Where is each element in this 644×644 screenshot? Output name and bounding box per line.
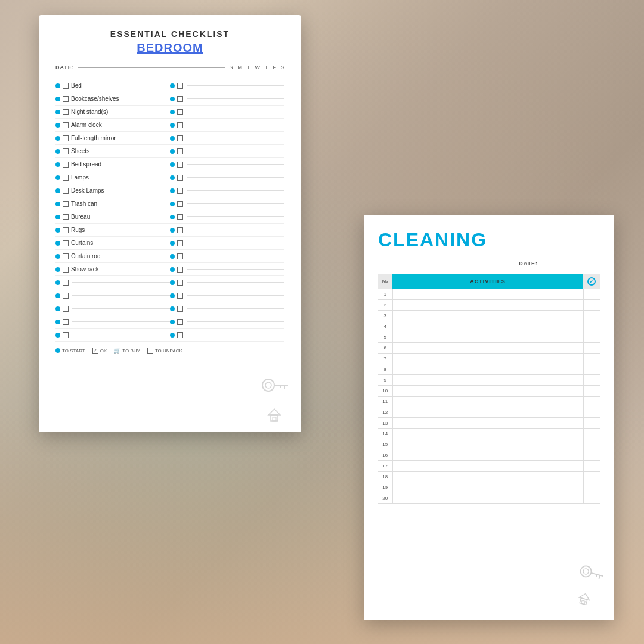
check-cell[interactable] <box>583 429 600 439</box>
table-row: 2 <box>378 300 600 311</box>
check-cell[interactable] <box>583 332 600 343</box>
list-item: Lamps <box>55 171 170 184</box>
checkbox[interactable] <box>177 280 183 286</box>
checkbox[interactable] <box>63 306 69 312</box>
check-cell[interactable] <box>583 321 600 332</box>
activity-cell[interactable] <box>392 354 583 364</box>
checkbox[interactable] <box>177 319 183 325</box>
check-cell[interactable] <box>583 439 600 450</box>
checkbox[interactable] <box>63 332 69 338</box>
dot-icon <box>170 293 175 298</box>
checkbox[interactable] <box>63 280 69 286</box>
checkbox[interactable] <box>63 253 69 259</box>
check-cell[interactable] <box>583 482 600 493</box>
activity-cell[interactable] <box>392 482 583 493</box>
checkbox[interactable] <box>63 83 69 89</box>
checkbox[interactable] <box>177 122 183 128</box>
checkbox[interactable] <box>63 109 69 115</box>
check-cell[interactable] <box>583 386 600 397</box>
table-row: 17 <box>378 461 600 472</box>
activity-cell[interactable] <box>392 343 583 354</box>
check-cell[interactable] <box>583 450 600 461</box>
activity-cell[interactable] <box>392 332 583 343</box>
checkbox[interactable] <box>63 214 69 220</box>
activity-cell[interactable] <box>392 397 583 407</box>
checkbox[interactable] <box>63 293 69 299</box>
checkbox[interactable] <box>63 240 69 246</box>
check-cell[interactable] <box>583 289 600 300</box>
activity-cell[interactable] <box>392 472 583 482</box>
check-cell[interactable] <box>583 493 600 504</box>
activity-cell[interactable] <box>392 429 583 439</box>
checkbox[interactable] <box>177 162 183 168</box>
dot-icon <box>170 306 175 311</box>
activity-cell[interactable] <box>392 450 583 461</box>
list-item: Full-length mirror <box>55 132 170 145</box>
list-item <box>55 302 170 315</box>
checkbox[interactable] <box>177 214 183 220</box>
checkbox[interactable] <box>177 109 183 115</box>
checkbox[interactable] <box>177 83 183 89</box>
checkbox[interactable] <box>177 188 183 194</box>
check-cell[interactable] <box>583 472 600 482</box>
checkbox[interactable] <box>63 201 69 207</box>
checkbox[interactable] <box>63 148 69 154</box>
activity-cell[interactable] <box>392 418 583 429</box>
activity-cell[interactable] <box>392 364 583 375</box>
check-cell[interactable] <box>583 311 600 321</box>
checkbox[interactable] <box>63 96 69 102</box>
dot-icon <box>55 83 60 88</box>
activity-cell[interactable] <box>392 493 583 504</box>
checkbox[interactable] <box>177 240 183 246</box>
checkbox[interactable] <box>63 188 69 194</box>
activity-cell[interactable] <box>392 321 583 332</box>
checkbox[interactable] <box>177 227 183 233</box>
activity-cell[interactable] <box>392 439 583 450</box>
legend-to-unpack-label: TO UNPACK <box>155 348 182 354</box>
activity-cell[interactable] <box>392 300 583 311</box>
activity-cell[interactable] <box>392 375 583 386</box>
svg-rect-7 <box>273 417 276 421</box>
checkbox[interactable] <box>63 319 69 325</box>
svg-marker-5 <box>268 409 280 415</box>
activity-cell[interactable] <box>392 289 583 300</box>
table-row: 11 <box>378 397 600 407</box>
dot-icon <box>55 202 60 206</box>
checkbox[interactable] <box>177 293 183 299</box>
checkbox[interactable] <box>63 135 69 141</box>
checkbox[interactable] <box>177 253 183 259</box>
checkbox[interactable] <box>63 175 69 181</box>
activity-cell[interactable] <box>392 407 583 418</box>
check-cell[interactable] <box>583 354 600 364</box>
checkbox[interactable] <box>177 306 183 312</box>
activity-cell[interactable] <box>392 386 583 397</box>
checkbox[interactable] <box>63 122 69 128</box>
check-cell[interactable] <box>583 461 600 472</box>
key-icon <box>259 376 289 424</box>
check-cell[interactable] <box>583 397 600 407</box>
activity-cell[interactable] <box>392 461 583 472</box>
checkbox[interactable] <box>177 148 183 154</box>
table-row: 10 <box>378 386 600 397</box>
row-num: 10 <box>378 386 392 397</box>
checkbox[interactable] <box>177 135 183 141</box>
checkbox[interactable] <box>177 267 183 273</box>
table-row: 3 <box>378 311 600 321</box>
checkbox[interactable] <box>177 175 183 181</box>
check-cell[interactable] <box>583 418 600 429</box>
check-cell[interactable] <box>583 343 600 354</box>
dot-icon <box>55 97 60 101</box>
checkbox[interactable] <box>177 332 183 338</box>
checkbox[interactable] <box>63 267 69 273</box>
check-cell[interactable] <box>583 300 600 311</box>
checkbox[interactable] <box>177 201 183 207</box>
checkbox[interactable] <box>63 162 69 168</box>
row-num: 1 <box>378 289 392 300</box>
checkbox[interactable] <box>63 227 69 233</box>
check-cell[interactable] <box>583 375 600 386</box>
checkbox[interactable] <box>177 96 183 102</box>
list-item <box>170 329 284 342</box>
activity-cell[interactable] <box>392 311 583 321</box>
check-cell[interactable] <box>583 364 600 375</box>
check-cell[interactable] <box>583 407 600 418</box>
